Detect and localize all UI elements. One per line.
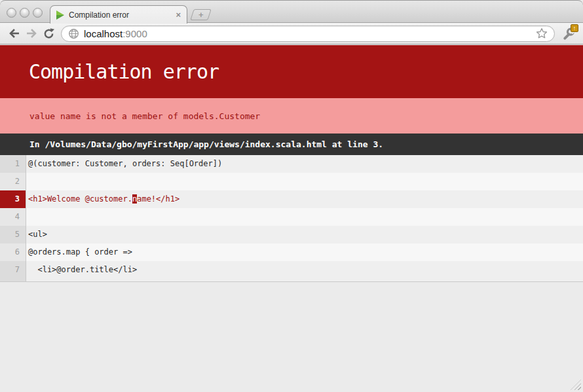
error-header: Compilation error xyxy=(0,45,583,98)
page-content: Compilation error value name is not a me… xyxy=(0,45,583,392)
code-line-partial xyxy=(0,279,583,282)
globe-icon xyxy=(68,28,79,39)
line-code: <ul> xyxy=(26,226,583,243)
source-listing: 1 @(customer: Customer, orders: Seq[Orde… xyxy=(0,155,583,282)
forward-arrow-icon xyxy=(26,28,37,39)
page-title: Compilation error xyxy=(0,60,219,83)
line-number: 5 xyxy=(0,226,26,243)
reload-button[interactable] xyxy=(40,25,57,42)
back-arrow-icon xyxy=(9,28,20,39)
line-code xyxy=(26,208,583,226)
code-line: 2 xyxy=(0,173,583,190)
up-arrow-icon: ↑ xyxy=(573,25,576,31)
url-port: :9000 xyxy=(122,28,147,39)
forward-button[interactable] xyxy=(23,25,40,42)
line-code: <li>@order.title</li> xyxy=(26,261,583,279)
code-line: 7 <li>@order.title</li> xyxy=(0,261,583,279)
line-number: 1 xyxy=(0,155,26,173)
tab-close-icon[interactable]: × xyxy=(176,10,181,19)
line-number: 2 xyxy=(0,173,26,190)
code-line: 4 xyxy=(0,208,583,226)
code-line: 6 @orders.map { order => xyxy=(0,243,583,261)
url-text[interactable]: localhost:9000 xyxy=(84,28,531,39)
browser-tab[interactable]: Compilation error × xyxy=(50,5,187,24)
play-framework-favicon-icon xyxy=(56,10,65,20)
line-code: <h1>Welcome @customer.name!</h1> xyxy=(26,190,583,208)
plus-icon: + xyxy=(198,10,204,20)
window-zoom-button[interactable] xyxy=(33,8,43,18)
line-number: 4 xyxy=(0,208,26,226)
update-badge: ↑ xyxy=(571,24,578,32)
address-bar[interactable]: localhost:9000 xyxy=(61,26,555,42)
line-code xyxy=(26,173,583,190)
tab-strip: Compilation error × + xyxy=(0,0,583,23)
new-tab-button[interactable]: + xyxy=(190,9,212,20)
line-code: @orders.map { order => xyxy=(26,243,583,261)
line-number: 3 xyxy=(0,190,26,208)
chrome-menu-button[interactable]: ↑ xyxy=(560,25,577,42)
url-host: localhost xyxy=(84,28,122,39)
error-code-line: 3 <h1>Welcome @customer.name!</h1> xyxy=(0,190,583,208)
window-close-button[interactable] xyxy=(7,8,16,18)
traffic-lights xyxy=(7,8,43,18)
error-line-after: ame!</h1> xyxy=(137,194,179,204)
line-number: 7 xyxy=(0,261,26,279)
browser-chrome: Compilation error × + xyxy=(0,0,583,45)
bookmark-star-icon[interactable] xyxy=(536,27,548,39)
code-line: 1 @(customer: Customer, orders: Seq[Orde… xyxy=(0,155,583,173)
error-location: In /Volumes/Data/gbo/myFirstApp/app/view… xyxy=(0,134,583,155)
error-line-before: <h1>Welcome @customer. xyxy=(28,194,132,204)
error-message: value name is not a member of models.Cus… xyxy=(0,98,583,134)
tab-title: Compilation error xyxy=(69,10,172,20)
line-code: @(customer: Customer, orders: Seq[Order]… xyxy=(26,155,583,173)
code-line: 5 <ul> xyxy=(0,226,583,243)
browser-toolbar: localhost:9000 ↑ xyxy=(0,23,583,45)
window-minimize-button[interactable] xyxy=(20,8,29,18)
back-button[interactable] xyxy=(6,25,23,42)
line-number: 6 xyxy=(0,243,26,261)
reload-icon xyxy=(43,27,55,40)
